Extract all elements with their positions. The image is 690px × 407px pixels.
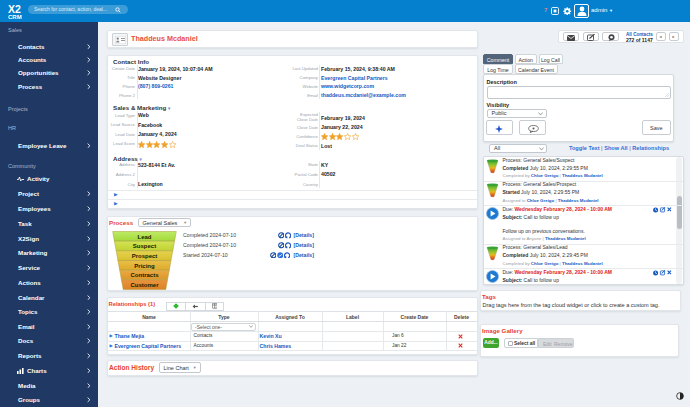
svg-text:Pricing: Pricing [134, 262, 155, 268]
svg-text:CRM: CRM [8, 14, 22, 20]
svg-text:Prospect: Prospect [131, 252, 157, 258]
svg-text:Suspect: Suspect [132, 243, 155, 249]
svg-text:Contracts: Contracts [130, 272, 159, 278]
svg-text:Customer: Customer [130, 281, 159, 287]
svg-text:Lead: Lead [137, 233, 151, 239]
